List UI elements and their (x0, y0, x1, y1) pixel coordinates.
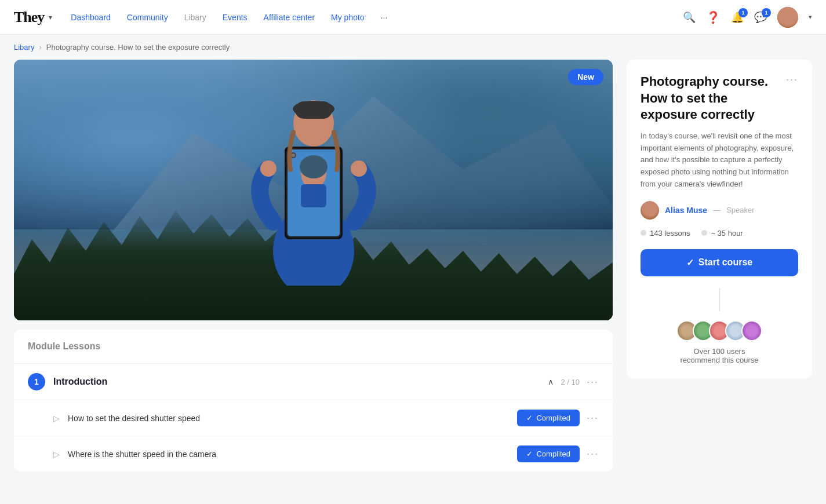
content-area: New Module Lessons 1 Introduction ∧ 2 / … (14, 60, 613, 472)
module-lessons-header: Module Lessons (14, 330, 613, 363)
play-icon-1: ▷ (53, 414, 60, 423)
duration-meta: ~ 35 hour (701, 229, 743, 238)
new-badge: New (568, 69, 603, 85)
duration-value: ~ 35 hour (711, 229, 743, 238)
nav-links: Dashboard Community Libary Events Affili… (71, 13, 683, 22)
nav-libary[interactable]: Libary (184, 13, 206, 22)
sidebar-card: Photography course. How to set the expos… (627, 60, 812, 378)
speaker-avatar (641, 201, 659, 220)
brand-logo-dropdown[interactable]: ▾ (49, 13, 52, 21)
lessons-dot (641, 230, 646, 236)
svg-point-1 (260, 160, 276, 177)
nav-myphoto[interactable]: My photo (331, 13, 365, 22)
speaker-label: Speaker (726, 206, 754, 214)
duration-dot (701, 230, 707, 236)
lesson-group-dots[interactable]: ··· (587, 376, 599, 388)
navbar-right: 🔍 ❓ 🔔 1 💬 1 ▾ (683, 7, 812, 28)
nav-more[interactable]: ··· (381, 13, 388, 22)
nav-affiliate[interactable]: Affiliate center (264, 13, 315, 22)
nav-community[interactable]: Community (127, 13, 168, 22)
lesson-group-title: Introduction (53, 377, 548, 387)
svg-point-2 (351, 160, 367, 177)
message-badge: 1 (762, 8, 771, 17)
recommend-text: Over 100 users recommend this course (680, 347, 758, 364)
notifications-icon[interactable]: 🔔 1 (731, 11, 744, 24)
chevron-up-icon: ∧ (548, 377, 554, 386)
divider (719, 288, 720, 311)
sidebar-header: Photography course. How to set the expos… (641, 74, 798, 123)
lesson-group-1: 1 Introduction ∧ 2 / 10 ··· ▷ How to set… (14, 363, 613, 472)
lesson-dots-2[interactable]: ··· (587, 448, 599, 460)
lessons-meta: 143 lessons (641, 229, 690, 238)
hero-person-svg (232, 77, 395, 286)
lesson-dots-1[interactable]: ··· (587, 412, 599, 424)
svg-point-7 (300, 155, 328, 178)
completed-button-1[interactable]: ✓ Complited (517, 410, 580, 426)
speaker-row: Alias Muse — Speaker (641, 201, 798, 220)
lesson-group-num: 1 (28, 373, 45, 390)
breadcrumb-current: Photography course. How to set the expos… (46, 43, 230, 52)
sidebar-description: In today's course, we'll revisit one of … (641, 130, 798, 191)
search-icon[interactable]: 🔍 (683, 11, 696, 24)
check-icon-2: ✓ (526, 450, 533, 458)
nav-dashboard[interactable]: Dashboard (71, 13, 111, 22)
navbar: They ▾ Dashboard Community Libary Events… (0, 0, 826, 35)
help-icon[interactable]: ❓ (706, 10, 721, 24)
messages-icon[interactable]: 💬 1 (754, 11, 767, 24)
user-avatar-5 (741, 320, 762, 341)
lessons-count: 143 lessons (650, 229, 690, 238)
breadcrumb-separator: › (39, 43, 41, 52)
completed-button-2[interactable]: ✓ Complited (517, 445, 580, 462)
check-icon-1: ✓ (526, 414, 533, 422)
brand-logo[interactable]: They (14, 9, 44, 26)
lesson-title-2: Where is the shutter speed in the camera (68, 450, 517, 459)
module-lessons-container: Module Lessons 1 Introduction ∧ 2 / 10 ·… (14, 330, 613, 472)
svg-rect-13 (295, 101, 332, 119)
breadcrumb-root[interactable]: Libary (14, 43, 34, 52)
main-layout: New Module Lessons 1 Introduction ∧ 2 / … (0, 60, 826, 485)
lesson-item-2: ▷ Where is the shutter speed in the came… (14, 436, 613, 472)
user-avatar[interactable] (777, 7, 798, 28)
breadcrumb: Libary › Photography course. How to set … (0, 35, 826, 60)
lesson-group-progress: 2 / 10 (561, 378, 580, 386)
hero-image: New (14, 60, 613, 320)
start-check-icon: ✓ (686, 257, 694, 268)
speaker-separator: — (713, 206, 721, 214)
lesson-group-header[interactable]: 1 Introduction ∧ 2 / 10 ··· (14, 364, 613, 400)
nav-events[interactable]: Events (223, 13, 248, 22)
svg-point-10 (292, 154, 295, 157)
speaker-name[interactable]: Alias Muse (665, 206, 707, 215)
notification-badge: 1 (738, 8, 748, 17)
sidebar: Photography course. How to set the expos… (627, 60, 812, 472)
lesson-item-1: ▷ How to set the desired shutter speed ✓… (14, 400, 613, 436)
lesson-title-1: How to set the desired shutter speed (68, 414, 517, 423)
svg-rect-8 (301, 184, 326, 207)
sidebar-title: Photography course. How to set the expos… (641, 74, 786, 123)
meta-row: 143 lessons ~ 35 hour (641, 229, 798, 238)
start-course-label: Start course (698, 257, 752, 268)
user-avatars (676, 320, 762, 341)
users-row: Over 100 users recommend this course (641, 320, 798, 364)
sidebar-dots[interactable]: ··· (786, 74, 798, 86)
user-dropdown-arrow[interactable]: ▾ (809, 13, 812, 21)
start-course-button[interactable]: ✓ Start course (641, 249, 798, 276)
play-icon-2: ▷ (53, 450, 60, 459)
